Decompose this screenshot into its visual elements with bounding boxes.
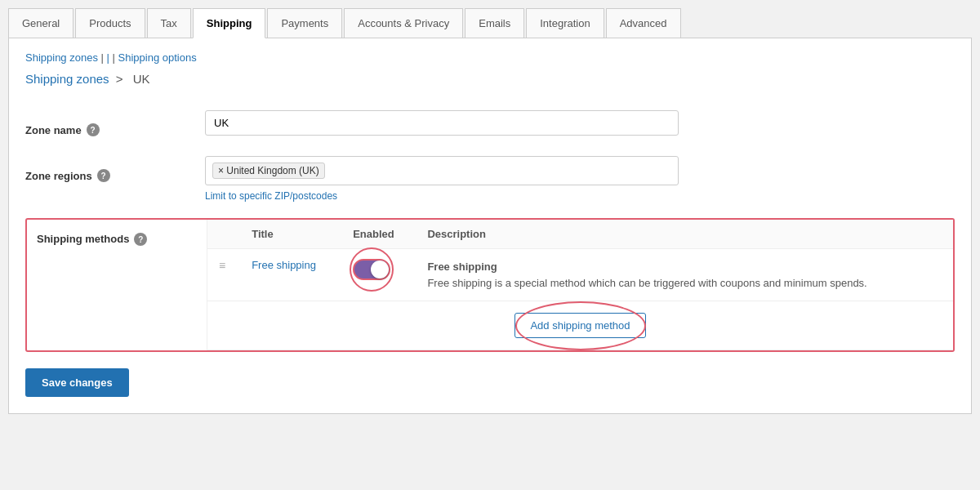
tab-advanced[interactable]: Advanced xyxy=(606,8,681,38)
breadcrumb-shipping-zones-link[interactable]: Shipping zones xyxy=(25,51,98,64)
page-title-separator: > xyxy=(116,72,127,86)
breadcrumb: Shipping zones | | | Shipping options xyxy=(25,51,955,64)
shipping-methods-help-icon[interactable]: ? xyxy=(134,233,147,246)
col-description: Description xyxy=(416,220,953,249)
page-title: Shipping zones > UK xyxy=(25,72,955,86)
enabled-toggle-wrap xyxy=(353,259,390,280)
tab-general[interactable]: General xyxy=(8,8,74,38)
breadcrumb-sep2: | xyxy=(113,51,118,64)
table-row: ≡ Free shipping xyxy=(207,249,953,301)
method-desc-title: Free shipping xyxy=(427,261,497,273)
tabs-nav: General Products Tax Shipping Payments A… xyxy=(8,8,972,38)
breadcrumb-sep1: | xyxy=(101,51,107,64)
add-shipping-method-button[interactable]: Add shipping method xyxy=(514,313,645,338)
zone-name-row: Zone name ? xyxy=(25,102,955,148)
tab-tax[interactable]: Tax xyxy=(147,8,191,38)
tab-shipping[interactable]: Shipping xyxy=(193,8,266,38)
breadcrumb-shipping-options-link[interactable]: | xyxy=(107,51,113,64)
save-changes-button[interactable]: Save changes xyxy=(25,368,129,397)
add-method-btn-wrap: Add shipping method xyxy=(514,313,645,338)
shipping-methods-section: Shipping methods ? Title Enabled Descrip… xyxy=(25,218,955,352)
tab-emails[interactable]: Emails xyxy=(465,8,524,38)
col-enabled: Enabled xyxy=(341,220,416,249)
zone-regions-help-icon[interactable]: ? xyxy=(97,169,110,182)
breadcrumb-shipping-classes-link[interactable]: Shipping options xyxy=(118,51,197,64)
shipping-zones-link[interactable]: Shipping zones xyxy=(25,72,109,86)
zone-regions-row: Zone regions ? × United Kingdom (UK) Lim… xyxy=(25,148,955,210)
col-title: Title xyxy=(240,220,341,249)
tab-accounts-privacy[interactable]: Accounts & Privacy xyxy=(344,8,463,38)
page-title-current: UK xyxy=(133,72,150,86)
shipping-methods-label: Shipping methods xyxy=(37,233,129,245)
zone-name-help-icon[interactable]: ? xyxy=(87,123,100,136)
enabled-toggle[interactable] xyxy=(353,259,390,280)
zone-name-label: Zone name xyxy=(25,124,82,136)
col-drag xyxy=(207,220,240,249)
zip-postcodes-link[interactable]: Limit to specific ZIP/postcodes xyxy=(205,190,955,202)
method-name-link[interactable]: Free shipping xyxy=(252,259,316,271)
tab-products[interactable]: Products xyxy=(75,8,145,38)
settings-form: Zone name ? Zone regions ? xyxy=(25,102,955,210)
method-desc-body: Free shipping is a special method which … xyxy=(427,277,866,289)
drag-handle-icon[interactable]: ≡ xyxy=(219,259,225,272)
zone-regions-label: Zone regions xyxy=(25,170,92,182)
tab-payments[interactable]: Payments xyxy=(267,8,342,38)
region-tag: × United Kingdom (UK) xyxy=(212,163,325,179)
zone-name-input[interactable] xyxy=(205,110,679,136)
toggle-knob xyxy=(371,261,389,278)
tab-integration[interactable]: Integration xyxy=(526,8,604,38)
add-method-row: Add shipping method xyxy=(207,301,953,350)
zone-regions-input[interactable]: × United Kingdom (UK) xyxy=(205,156,679,185)
method-description: Free shipping Free shipping is a special… xyxy=(427,259,942,291)
region-tag-label: × United Kingdom (UK) xyxy=(218,165,319,176)
shipping-methods-table: Title Enabled Description ≡ xyxy=(207,220,953,350)
